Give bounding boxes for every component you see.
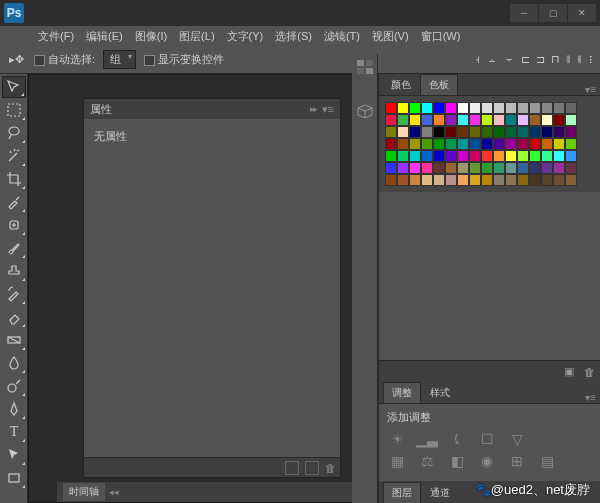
bw-icon[interactable]: ◧ [447, 453, 467, 469]
color-swatch[interactable] [553, 114, 565, 126]
panel-menu-icon[interactable]: ▾≡ [585, 392, 596, 403]
tab-styles[interactable]: 样式 [422, 383, 458, 403]
color-swatch[interactable] [541, 162, 553, 174]
reset-icon[interactable] [305, 461, 319, 475]
color-swatch[interactable] [529, 126, 541, 138]
color-swatch[interactable] [469, 174, 481, 186]
color-swatch[interactable] [553, 138, 565, 150]
eyedropper-tool[interactable] [2, 191, 26, 213]
history-brush-tool[interactable] [2, 283, 26, 305]
color-swatch[interactable] [421, 138, 433, 150]
minimize-button[interactable]: ─ [510, 4, 538, 22]
timeline-tab[interactable]: 时间轴 [63, 483, 105, 501]
color-swatch[interactable] [397, 114, 409, 126]
color-swatch[interactable] [397, 162, 409, 174]
align-icon[interactable]: ⊐ [536, 53, 545, 66]
color-swatch[interactable] [445, 114, 457, 126]
magic-wand-tool[interactable] [2, 145, 26, 167]
menu-image[interactable]: 图像(I) [131, 27, 171, 46]
distribute-icon[interactable]: ⫶ [588, 53, 594, 66]
menu-filter[interactable]: 滤镜(T) [320, 27, 364, 46]
new-swatch-icon[interactable]: ▣ [562, 365, 576, 379]
align-icon[interactable]: ⫟ [504, 53, 515, 66]
color-swatch[interactable] [433, 174, 445, 186]
distribute-icon[interactable]: ⫴ [566, 53, 571, 66]
color-swatch[interactable] [385, 126, 397, 138]
color-swatch[interactable] [517, 102, 529, 114]
color-swatch[interactable] [553, 150, 565, 162]
color-swatch[interactable] [541, 102, 553, 114]
color-swatch[interactable] [505, 138, 517, 150]
color-swatch[interactable] [457, 150, 469, 162]
color-swatch[interactable] [397, 126, 409, 138]
menu-select[interactable]: 选择(S) [271, 27, 316, 46]
close-button[interactable]: ✕ [568, 4, 596, 22]
align-icon[interactable]: ⊏ [521, 53, 530, 66]
color-swatch[interactable] [493, 126, 505, 138]
color-swatch[interactable] [397, 102, 409, 114]
lookup-icon[interactable]: ▤ [537, 453, 557, 469]
color-swatch[interactable] [469, 114, 481, 126]
type-tool[interactable]: T [2, 421, 26, 443]
color-swatch[interactable] [385, 150, 397, 162]
balance-icon[interactable]: ⚖ [417, 453, 437, 469]
gradient-tool[interactable] [2, 329, 26, 351]
color-swatch[interactable] [517, 174, 529, 186]
color-swatch[interactable] [421, 162, 433, 174]
color-swatch[interactable] [505, 102, 517, 114]
color-swatch[interactable] [397, 174, 409, 186]
color-swatch[interactable] [541, 114, 553, 126]
menu-window[interactable]: 窗口(W) [417, 27, 465, 46]
maximize-button[interactable]: ▢ [539, 4, 567, 22]
clip-icon[interactable] [285, 461, 299, 475]
color-swatch[interactable] [433, 126, 445, 138]
color-swatch[interactable] [505, 114, 517, 126]
color-swatch[interactable] [481, 174, 493, 186]
color-swatch[interactable] [445, 162, 457, 174]
color-swatch[interactable] [517, 114, 529, 126]
hue-icon[interactable]: ▦ [387, 453, 407, 469]
checkbox-icon[interactable] [34, 55, 45, 66]
color-swatch[interactable] [553, 162, 565, 174]
color-swatch[interactable] [445, 138, 457, 150]
properties-panel[interactable]: 属性 ▸▸ ▾≡ 无属性 🗑 [83, 98, 341, 478]
menu-file[interactable]: 文件(F) [34, 27, 78, 46]
tab-swatches[interactable]: 色板 [420, 74, 458, 95]
color-swatch[interactable] [445, 150, 457, 162]
brightness-icon[interactable]: ☀ [387, 431, 407, 447]
exposure-icon[interactable]: ☐ [477, 431, 497, 447]
panel-header[interactable]: 属性 ▸▸ ▾≡ [84, 99, 340, 119]
color-swatch[interactable] [517, 150, 529, 162]
color-swatch[interactable] [469, 162, 481, 174]
color-swatch[interactable] [385, 174, 397, 186]
stamp-tool[interactable] [2, 260, 26, 282]
color-swatch[interactable] [421, 126, 433, 138]
menu-layer[interactable]: 图层(L) [175, 27, 218, 46]
panel-menu-icon[interactable]: ▾≡ [585, 84, 596, 95]
checkbox-icon[interactable] [144, 55, 155, 66]
color-swatch[interactable] [409, 138, 421, 150]
color-swatch[interactable] [541, 150, 553, 162]
color-swatch[interactable] [385, 114, 397, 126]
dodge-tool[interactable] [2, 375, 26, 397]
color-swatch[interactable] [529, 162, 541, 174]
color-swatch[interactable] [457, 126, 469, 138]
color-swatch[interactable] [409, 174, 421, 186]
color-swatch[interactable] [505, 162, 517, 174]
color-swatch[interactable] [505, 150, 517, 162]
color-swatch[interactable] [553, 126, 565, 138]
show-transform-option[interactable]: 显示变换控件 [144, 52, 224, 67]
menu-type[interactable]: 文字(Y) [223, 27, 268, 46]
color-swatch[interactable] [409, 150, 421, 162]
curves-icon[interactable]: ⤹ [447, 431, 467, 447]
brush-tool[interactable] [2, 237, 26, 259]
trash-icon[interactable]: 🗑 [325, 462, 336, 474]
color-swatch[interactable] [409, 114, 421, 126]
color-swatch[interactable] [457, 174, 469, 186]
color-swatch[interactable] [469, 126, 481, 138]
color-swatch[interactable] [445, 174, 457, 186]
color-swatch[interactable] [553, 102, 565, 114]
collapse-icon[interactable]: ◂◂ [109, 487, 119, 497]
timeline-panel[interactable]: 时间轴 ◂◂ [57, 482, 377, 502]
color-swatch[interactable] [421, 174, 433, 186]
